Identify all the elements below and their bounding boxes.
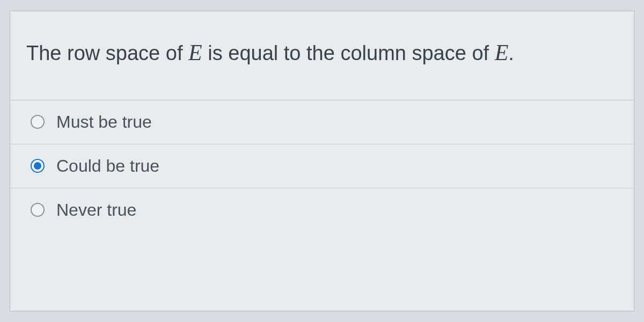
option-label: Could be true [56, 156, 159, 176]
math-variable-1: E [188, 40, 202, 65]
question-prefix: The row space of [26, 42, 188, 64]
option-never-true[interactable]: Never true [10, 188, 634, 232]
radio-icon [31, 159, 45, 173]
question-card: The row space of E is equal to the colum… [10, 11, 634, 311]
option-label: Must be true [56, 112, 152, 132]
question-suffix: . [508, 42, 514, 64]
radio-icon [31, 115, 45, 129]
math-variable-2: E [495, 40, 509, 65]
question-text: The row space of E is equal to the colum… [10, 11, 634, 100]
options-container: Must be true Could be true Never true [10, 100, 634, 232]
radio-icon [31, 203, 45, 217]
question-middle: is equal to the column space of [202, 42, 495, 64]
option-label: Never true [56, 200, 136, 220]
option-could-be-true[interactable]: Could be true [10, 144, 634, 188]
option-must-be-true[interactable]: Must be true [10, 100, 634, 144]
